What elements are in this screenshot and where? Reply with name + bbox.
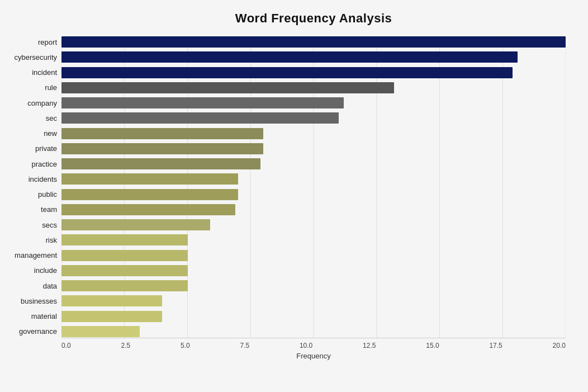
bar-label: team: [1, 205, 57, 214]
bar: [61, 280, 188, 291]
bar-row: new: [61, 127, 566, 140]
x-tick: 12.5: [363, 342, 376, 350]
bar-row: governance: [61, 325, 566, 338]
bar: [61, 82, 394, 93]
bar: [61, 204, 235, 215]
bar-label: sec: [1, 114, 57, 122]
x-tick: 0.0: [61, 342, 71, 350]
bar-label: rule: [1, 83, 57, 92]
bar-row: rule: [61, 82, 566, 94]
bar-label: new: [1, 129, 57, 138]
bar-label: data: [1, 282, 57, 290]
bar: [61, 97, 344, 108]
bar-row: cybersecurity: [61, 51, 566, 63]
x-tick: 7.5: [240, 342, 249, 350]
bar-row: include: [61, 265, 566, 277]
bar-label: private: [1, 144, 57, 153]
bar: [61, 326, 140, 337]
bar-row: secs: [61, 219, 566, 231]
bar-row: practice: [61, 158, 566, 170]
x-axis: 0.02.55.07.510.012.515.017.520.0 Frequen…: [61, 338, 566, 360]
bar: [61, 173, 238, 185]
bar-label: material: [1, 312, 57, 320]
bar-label: include: [1, 266, 57, 275]
bar: [61, 295, 162, 306]
bar-row: data: [61, 280, 566, 292]
bar-label: secs: [1, 221, 57, 229]
bar-row: incident: [61, 67, 566, 79]
bar: [61, 265, 188, 276]
x-tick: 15.0: [426, 342, 439, 350]
bar: [61, 189, 238, 200]
bar-row: incidents: [61, 173, 566, 185]
x-tick: 5.0: [181, 342, 190, 350]
x-tick: 2.5: [121, 342, 130, 350]
bar-row: company: [61, 97, 566, 109]
bar-label: practice: [1, 160, 57, 168]
chart-title: Word Frequency Analysis: [61, 11, 566, 26]
bar-label: businesses: [1, 297, 57, 305]
chart-container: Word Frequency Analysis reportcybersecur…: [0, 0, 588, 392]
bar: [61, 250, 188, 261]
x-ticks: 0.02.55.07.510.012.515.017.520.0: [61, 338, 566, 350]
bar: [61, 158, 260, 169]
bar: [61, 143, 263, 154]
bar: [61, 128, 263, 139]
bar-label: management: [1, 251, 57, 259]
bar: [61, 219, 210, 230]
bar-label: public: [1, 190, 57, 199]
bar-row: sec: [61, 112, 566, 124]
x-axis-label: Frequency: [61, 352, 566, 360]
bar-row: report: [61, 36, 566, 48]
bar-row: public: [61, 188, 566, 201]
bars-area: reportcybersecurityincidentrulecompanyse…: [61, 36, 566, 338]
bar-row: management: [61, 249, 566, 262]
chart-area: reportcybersecurityincidentrulecompanyse…: [61, 36, 566, 360]
bar: [61, 36, 566, 48]
x-tick: 10.0: [300, 342, 312, 350]
bar-row: team: [61, 204, 566, 216]
bar: [61, 112, 339, 124]
bar: [61, 311, 162, 322]
bar-label: incident: [1, 68, 57, 77]
bar-label: report: [1, 38, 57, 46]
bar: [61, 234, 188, 245]
x-tick: 20.0: [553, 342, 566, 350]
bar: [61, 51, 518, 63]
bar-row: private: [61, 143, 566, 155]
bar-row: risk: [61, 234, 566, 246]
bar-row: businesses: [61, 295, 566, 307]
bar-label: governance: [1, 327, 57, 336]
x-tick: 17.5: [489, 342, 502, 350]
bar-label: incidents: [1, 175, 57, 183]
bar-label: company: [1, 99, 57, 107]
bar-row: material: [61, 310, 566, 323]
bar-label: cybersecurity: [1, 53, 57, 62]
bar: [61, 67, 513, 78]
bar-label: risk: [1, 236, 57, 244]
